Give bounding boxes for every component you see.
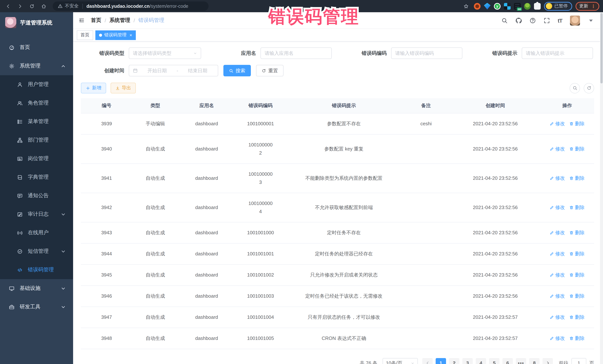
extension-orange-icon[interactable] [474, 3, 481, 10]
avatar-caret-icon[interactable] [588, 17, 594, 23]
user-avatar[interactable] [570, 15, 580, 25]
extension-person-icon[interactable] [524, 3, 531, 10]
sidebar-item-13[interactable]: 基础设施 [0, 279, 73, 298]
export-button[interactable]: 导出 [111, 83, 136, 93]
edit-link[interactable]: 修改 [550, 229, 565, 236]
delete-link[interactable]: 删除 [569, 175, 585, 181]
sidebar-item-2[interactable]: 用户管理 [0, 75, 73, 94]
sidebar-item-11[interactable]: 短信管理 [0, 242, 73, 261]
fullscreen-icon[interactable] [544, 17, 550, 23]
table-row-9: 3948自动生成dashboard1001001005CRON 表达式不正确20… [81, 328, 594, 349]
sidebar-item-4[interactable]: 菜单管理 [0, 112, 73, 131]
goto-page-input[interactable] [571, 358, 586, 364]
sidebar-item-14[interactable]: 研发工具 [0, 298, 73, 316]
browser-back-button[interactable] [4, 2, 13, 11]
refresh-table-button[interactable] [584, 83, 594, 93]
table-row-7: 3946自动生成dashboard1001001003定时任务已经处于该状态，无… [81, 286, 594, 307]
trash-icon [569, 205, 574, 210]
delete-link[interactable]: 删除 [569, 250, 585, 257]
reset-button[interactable]: 重置 [256, 65, 283, 76]
delete-link[interactable]: 删除 [569, 335, 585, 342]
breadcrumb-item-0[interactable]: 首页 [91, 17, 101, 24]
page-button-6[interactable]: 6 [502, 358, 513, 364]
filter-hint-input[interactable] [526, 50, 589, 56]
sidebar-item-3[interactable]: 角色管理 [0, 94, 73, 112]
edit-link[interactable]: 修改 [550, 335, 565, 342]
delete-link[interactable]: 删除 [569, 229, 585, 236]
filter-date-range[interactable]: 开始日期 - 结束日期 [129, 65, 218, 76]
page-button-5[interactable]: 5 [489, 358, 499, 364]
browser-home-button[interactable] [39, 2, 48, 11]
more-pages-button[interactable]: ••• [516, 358, 526, 364]
edit-link[interactable]: 修改 [550, 250, 565, 257]
filter-app-input[interactable] [265, 50, 328, 56]
search-button[interactable]: 搜索 [223, 65, 251, 76]
filter-type-select[interactable]: 请选择错误码类型 [129, 47, 201, 59]
sidebar-item-0[interactable]: 首页 [0, 38, 73, 57]
filter-code-input[interactable] [395, 50, 458, 56]
bookmark-star-button[interactable] [462, 2, 471, 11]
delete-link[interactable]: 删除 [569, 204, 585, 211]
toggle-search-button[interactable] [570, 83, 580, 93]
address-bar[interactable]: 不安全 dashboard.yudao.iocoder.cn/system/er… [53, 1, 209, 11]
page-button-3[interactable]: 3 [462, 358, 473, 364]
sidebar-item-9[interactable]: 审计日志 [0, 205, 73, 223]
edit-link[interactable]: 修改 [550, 314, 565, 320]
delete-link[interactable]: 删除 [569, 145, 585, 152]
scrollbar-thumb[interactable] [600, 13, 603, 83]
browser-forward-button[interactable] [16, 2, 24, 11]
sidebar-item-10[interactable]: 在线用户 [0, 223, 73, 242]
date-start-placeholder: 开始日期 [141, 67, 174, 74]
sidebar-item-label: 错误码管理 [28, 266, 54, 273]
cell-remark [402, 307, 451, 328]
page-button-8[interactable]: 8 [529, 358, 540, 364]
sidebar-item-8[interactable]: 通知公告 [0, 187, 73, 205]
browser-reload-button[interactable] [27, 2, 36, 11]
page-button-4[interactable]: 4 [476, 358, 486, 364]
delete-link[interactable]: 删除 [569, 293, 585, 299]
extension-grid-icon[interactable] [504, 3, 510, 10]
browser-menu-icon[interactable]: ⋮ [591, 3, 596, 9]
delete-link[interactable]: 删除 [569, 272, 585, 278]
pencil-icon [550, 176, 554, 180]
extension-gem-icon[interactable] [484, 3, 491, 10]
tab-close-icon[interactable]: × [129, 33, 132, 37]
page-button-2[interactable]: 2 [449, 358, 459, 364]
url-divider [82, 3, 83, 9]
extensions-puzzle-icon[interactable] [534, 3, 541, 10]
extension-on-icon[interactable]: on [514, 3, 521, 10]
breadcrumb-item-1[interactable]: 系统管理 [109, 17, 130, 24]
github-icon[interactable] [515, 17, 522, 23]
prev-page-button[interactable] [422, 358, 433, 364]
next-page-button[interactable] [543, 358, 553, 364]
sidebar-item-7[interactable]: 字典管理 [0, 168, 73, 187]
browser-scrollbar[interactable] [600, 12, 603, 364]
sidebar-item-12[interactable]: 错误码管理 [0, 261, 73, 279]
browser-update-button[interactable]: 更新 ⋮ [576, 2, 599, 11]
page-size-select[interactable]: 10条/页 [383, 358, 418, 364]
edit-link[interactable]: 修改 [550, 120, 565, 127]
tags-view-bar: 首页 错误码管理 × [73, 29, 600, 42]
edit-link[interactable]: 修改 [550, 272, 565, 278]
edit-link[interactable]: 修改 [550, 175, 565, 181]
tab-home[interactable]: 首页 [77, 30, 93, 40]
browser-profile-chip[interactable]: 已暂停 [544, 2, 572, 11]
add-button[interactable]: 新增 [81, 83, 106, 93]
sidebar-item-5[interactable]: 部门管理 [0, 131, 73, 149]
tab-error-code[interactable]: 错误码管理 × [95, 30, 136, 40]
cell-created: 2021-04-20 23:52:56 [450, 243, 540, 264]
delete-link[interactable]: 删除 [569, 314, 585, 320]
help-icon[interactable] [530, 17, 536, 23]
edit-link[interactable]: 修改 [550, 145, 565, 152]
sidebar-item-6[interactable]: 岗位管理 [0, 149, 73, 168]
sidebar-item-1[interactable]: 系统管理 [0, 57, 73, 75]
page-button-1[interactable]: 1 [436, 358, 446, 364]
app-logo-row[interactable]: 芋道管理系统 [0, 12, 73, 33]
sidebar-collapse-icon[interactable] [78, 16, 86, 24]
delete-link[interactable]: 删除 [569, 120, 585, 127]
edit-link[interactable]: 修改 [550, 204, 565, 211]
header-search-icon[interactable] [501, 17, 508, 23]
font-size-icon[interactable]: tT [558, 17, 562, 23]
edit-link[interactable]: 修改 [550, 293, 565, 299]
extension-y-icon[interactable]: y [494, 3, 500, 10]
